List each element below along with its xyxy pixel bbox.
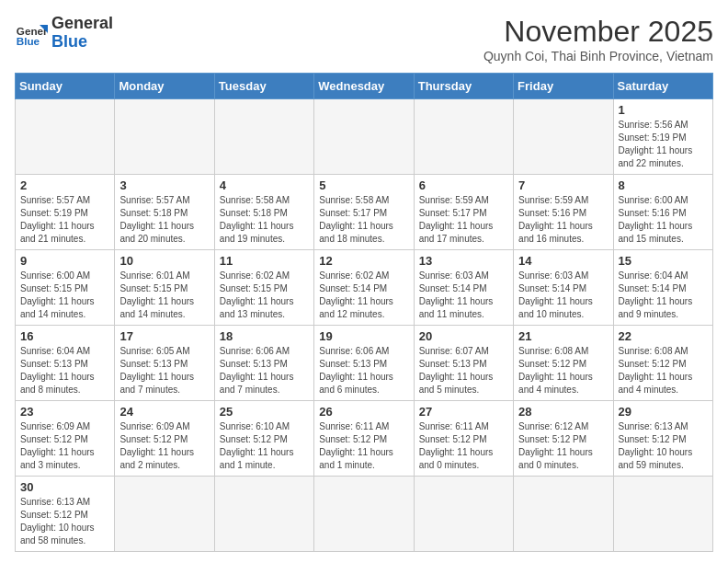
day-11: 11 Sunrise: 6:02 AM Sunset: 5:15 PM Dayl…	[214, 250, 313, 326]
day-10: 10 Sunrise: 6:01 AM Sunset: 5:15 PM Dayl…	[115, 250, 214, 326]
day-15: 15 Sunrise: 6:04 AM Sunset: 5:14 PM Dayl…	[613, 250, 712, 326]
calendar-row-5: 23 Sunrise: 6:09 AM Sunset: 5:12 PM Dayl…	[16, 401, 713, 477]
empty-cell	[314, 99, 414, 175]
day-27: 27 Sunrise: 6:11 AM Sunset: 5:12 PM Dayl…	[414, 401, 513, 477]
header-sunday: Sunday	[16, 74, 115, 99]
calendar-row-3: 9 Sunrise: 6:00 AM Sunset: 5:15 PM Dayli…	[16, 250, 713, 326]
day-22: 22 Sunrise: 6:08 AM Sunset: 5:12 PM Dayl…	[613, 326, 712, 401]
day-8: 8 Sunrise: 6:00 AM Sunset: 5:16 PM Dayli…	[613, 175, 712, 250]
day-28: 28 Sunrise: 6:12 AM Sunset: 5:12 PM Dayl…	[514, 401, 613, 477]
empty-cell	[414, 99, 513, 175]
day-23: 23 Sunrise: 6:09 AM Sunset: 5:12 PM Dayl…	[16, 401, 115, 477]
empty-cell	[16, 99, 115, 175]
header-tuesday: Tuesday	[214, 74, 313, 99]
day-30: 30 Sunrise: 6:13 AM Sunset: 5:12 PM Dayl…	[16, 477, 115, 552]
calendar-table: Sunday Monday Tuesday Wednesday Thursday…	[15, 73, 713, 552]
day-2: 2 Sunrise: 5:57 AM Sunset: 5:19 PM Dayli…	[16, 175, 115, 250]
day-9: 9 Sunrise: 6:00 AM Sunset: 5:15 PM Dayli…	[16, 250, 115, 326]
title-area: November 2025 Quynh Coi, Thai Binh Provi…	[483, 15, 713, 63]
logo-icon: General Blue	[15, 17, 48, 50]
calendar-row-4: 16 Sunrise: 6:04 AM Sunset: 5:13 PM Dayl…	[16, 326, 713, 401]
day-13: 13 Sunrise: 6:03 AM Sunset: 5:14 PM Dayl…	[414, 250, 513, 326]
page-header: General Blue GeneralBlue November 2025 Q…	[15, 15, 713, 63]
day-4: 4 Sunrise: 5:58 AM Sunset: 5:18 PM Dayli…	[214, 175, 313, 250]
day-3: 3 Sunrise: 5:57 AM Sunset: 5:18 PM Dayli…	[115, 175, 214, 250]
logo: General Blue GeneralBlue	[15, 15, 113, 52]
day-12: 12 Sunrise: 6:02 AM Sunset: 5:14 PM Dayl…	[314, 250, 414, 326]
day-29: 29 Sunrise: 6:13 AM Sunset: 5:12 PM Dayl…	[613, 401, 712, 477]
empty-cell	[613, 477, 712, 552]
day-25: 25 Sunrise: 6:10 AM Sunset: 5:12 PM Dayl…	[214, 401, 313, 477]
header-wednesday: Wednesday	[314, 74, 414, 99]
month-title: November 2025	[483, 15, 713, 49]
header-saturday: Saturday	[613, 74, 712, 99]
empty-cell	[115, 477, 214, 552]
day-19: 19 Sunrise: 6:06 AM Sunset: 5:13 PM Dayl…	[314, 326, 414, 401]
calendar-row-6: 30 Sunrise: 6:13 AM Sunset: 5:12 PM Dayl…	[16, 477, 713, 552]
day-21: 21 Sunrise: 6:08 AM Sunset: 5:12 PM Dayl…	[514, 326, 613, 401]
day-6: 6 Sunrise: 5:59 AM Sunset: 5:17 PM Dayli…	[414, 175, 513, 250]
day-16: 16 Sunrise: 6:04 AM Sunset: 5:13 PM Dayl…	[16, 326, 115, 401]
day-20: 20 Sunrise: 6:07 AM Sunset: 5:13 PM Dayl…	[414, 326, 513, 401]
day-24: 24 Sunrise: 6:09 AM Sunset: 5:12 PM Dayl…	[115, 401, 214, 477]
empty-cell	[514, 477, 613, 552]
calendar-row-2: 2 Sunrise: 5:57 AM Sunset: 5:19 PM Dayli…	[16, 175, 713, 250]
empty-cell	[514, 99, 613, 175]
svg-text:Blue: Blue	[17, 34, 40, 46]
day-17: 17 Sunrise: 6:05 AM Sunset: 5:13 PM Dayl…	[115, 326, 214, 401]
header-monday: Monday	[115, 74, 214, 99]
day-18: 18 Sunrise: 6:06 AM Sunset: 5:13 PM Dayl…	[214, 326, 313, 401]
empty-cell	[115, 99, 214, 175]
header-thursday: Thursday	[414, 74, 513, 99]
day-1: 1 Sunrise: 5:56 AM Sunset: 5:19 PM Dayli…	[613, 99, 712, 175]
empty-cell	[214, 477, 313, 552]
header-friday: Friday	[514, 74, 613, 99]
location: Quynh Coi, Thai Binh Province, Vietnam	[483, 49, 713, 63]
empty-cell	[214, 99, 313, 175]
day-5: 5 Sunrise: 5:58 AM Sunset: 5:17 PM Dayli…	[314, 175, 414, 250]
day-14: 14 Sunrise: 6:03 AM Sunset: 5:14 PM Dayl…	[514, 250, 613, 326]
logo-text: GeneralBlue	[51, 15, 113, 52]
empty-cell	[314, 477, 414, 552]
weekday-header-row: Sunday Monday Tuesday Wednesday Thursday…	[16, 74, 713, 99]
calendar-row-1: 1 Sunrise: 5:56 AM Sunset: 5:19 PM Dayli…	[16, 99, 713, 175]
day-7: 7 Sunrise: 5:59 AM Sunset: 5:16 PM Dayli…	[514, 175, 613, 250]
day-26: 26 Sunrise: 6:11 AM Sunset: 5:12 PM Dayl…	[314, 401, 414, 477]
empty-cell	[414, 477, 513, 552]
